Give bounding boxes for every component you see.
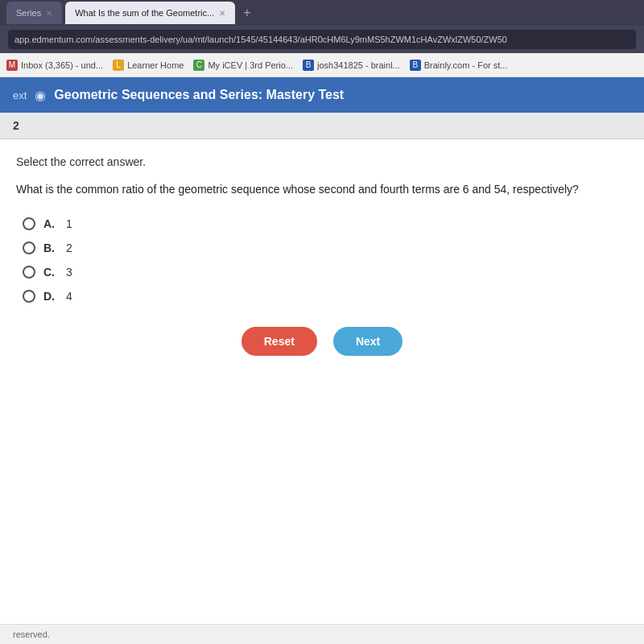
bookmark-learner-label: Learner Home <box>127 60 184 70</box>
option-a-label: A. <box>43 217 55 230</box>
option-b-value: 2 <box>66 242 72 254</box>
bookmark-brainly-label: Brainly.com - For st... <box>424 60 508 70</box>
tab-geometric-label: What Is the sum of the Geometric... <box>75 8 214 18</box>
tab-bar: Series ✕ What Is the sum of the Geometri… <box>0 0 644 26</box>
option-c-value: 3 <box>66 266 72 279</box>
tab-series-close[interactable]: ✕ <box>46 9 52 18</box>
bookmarks-bar: M Inbox (3,365) - und... L Learner Home … <box>0 53 644 77</box>
page-header: ext ◉ Geometric Sequences and Series: Ma… <box>0 77 644 113</box>
question-container: Select the correct answer. What is the c… <box>0 139 644 624</box>
buttons-area: Reset Next <box>16 303 628 372</box>
bookmark-learner-icon: L <box>113 60 124 71</box>
option-d-value: 4 <box>66 290 72 303</box>
page-title: Geometric Sequences and Series: Mastery … <box>54 88 344 102</box>
option-b[interactable]: B. 2 <box>23 242 628 254</box>
reset-button[interactable]: Reset <box>242 327 317 356</box>
bookmark-brainly-icon: B <box>410 60 421 71</box>
tab-geometric[interactable]: What Is the sum of the Geometric... ✕ <box>65 2 235 24</box>
bookmark-josh-label: josh341825 - brainl... <box>317 60 400 70</box>
next-button[interactable]: Next <box>333 327 402 356</box>
question-text: What is the common ratio of the geometri… <box>16 181 628 198</box>
bookmark-icev-label: My iCEV | 3rd Perio... <box>208 60 293 70</box>
question-number-bar: 2 <box>0 113 644 139</box>
option-a-value: 1 <box>66 217 72 230</box>
tab-geometric-close[interactable]: ✕ <box>219 9 225 18</box>
header-dot: ◉ <box>35 88 46 103</box>
options-list: A. 1 B. 2 C. 3 D. 4 <box>23 217 628 303</box>
browser-frame: Series ✕ What Is the sum of the Geometri… <box>0 0 644 644</box>
address-input[interactable] <box>8 30 636 49</box>
option-c[interactable]: C. 3 <box>23 266 628 279</box>
question-number: 2 <box>13 119 19 132</box>
address-bar <box>0 26 644 53</box>
bookmark-inbox[interactable]: M Inbox (3,365) - und... <box>6 60 103 71</box>
tab-series-label: Series <box>16 8 41 18</box>
bookmark-icev-icon: C <box>193 60 204 71</box>
bookmark-inbox-label: Inbox (3,365) - und... <box>21 60 103 70</box>
bookmark-icev[interactable]: C My iCEV | 3rd Perio... <box>193 60 293 71</box>
option-b-label: B. <box>43 242 55 254</box>
tab-series[interactable]: Series ✕ <box>6 2 62 24</box>
tab-add-button[interactable]: + <box>238 6 255 20</box>
option-a[interactable]: A. 1 <box>23 217 628 230</box>
bookmark-brainly[interactable]: B Brainly.com - For st... <box>410 60 508 71</box>
radio-d[interactable] <box>23 290 35 303</box>
footer: reserved. <box>0 624 644 644</box>
radio-a[interactable] <box>23 217 35 230</box>
option-c-label: C. <box>43 266 55 279</box>
radio-c[interactable] <box>23 266 35 279</box>
option-d-label: D. <box>43 290 55 303</box>
bookmark-josh[interactable]: B josh341825 - brainl... <box>303 60 400 71</box>
bookmark-josh-icon: B <box>303 60 314 71</box>
footer-text: reserved. <box>13 630 50 639</box>
option-d[interactable]: D. 4 <box>23 290 628 303</box>
bookmark-inbox-icon: M <box>6 60 18 71</box>
main-content: 2 Select the correct answer. What is the… <box>0 113 644 624</box>
bookmark-learner[interactable]: L Learner Home <box>113 60 184 71</box>
radio-b[interactable] <box>23 242 35 254</box>
instruction-text: Select the correct answer. <box>16 155 628 168</box>
back-button[interactable]: ext <box>13 89 27 101</box>
